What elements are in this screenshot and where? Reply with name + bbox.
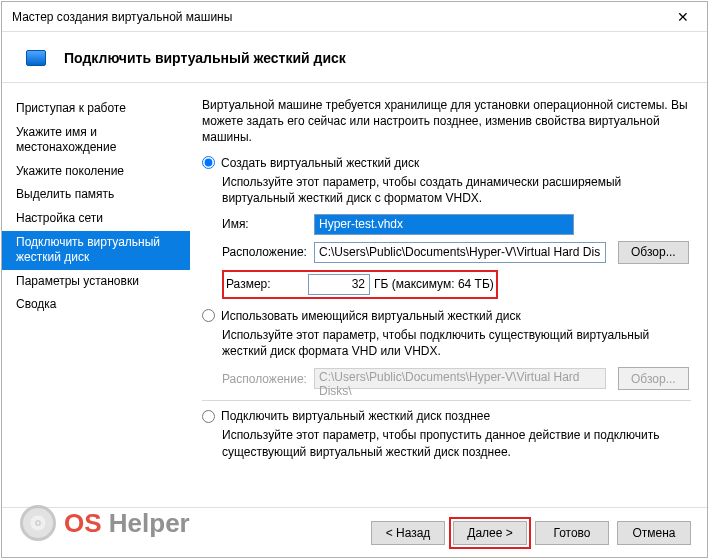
divider <box>202 400 691 401</box>
sidebar-item-install[interactable]: Параметры установки <box>2 270 190 294</box>
wizard-header: Подключить виртуальный жесткий диск <box>2 32 707 82</box>
monitor-icon <box>26 50 46 66</box>
size-unit: ГБ (максимум: 64 ТБ) <box>374 277 494 291</box>
sidebar: Приступая к работе Укажите имя и местона… <box>2 83 190 507</box>
close-icon[interactable]: ✕ <box>669 9 697 25</box>
sidebar-item-network[interactable]: Настройка сети <box>2 207 190 231</box>
page-title: Подключить виртуальный жесткий диск <box>64 50 346 66</box>
main-panel: Виртуальной машине требуется хранилище д… <box>190 83 707 507</box>
later-desc: Используйте этот параметр, чтобы пропуст… <box>222 427 691 459</box>
existing-location-label: Расположение: <box>222 372 310 386</box>
cancel-button[interactable]: Отмена <box>617 521 691 545</box>
location-input[interactable] <box>314 242 606 263</box>
existing-location-input: C:\Users\Public\Documents\Hyper-V\Virtua… <box>314 368 606 389</box>
radio-create-disk[interactable] <box>202 156 215 169</box>
wizard-window: Мастер создания виртуальной машины ✕ Под… <box>1 1 708 558</box>
radio-later-label[interactable]: Подключить виртуальный жесткий диск позд… <box>221 409 490 423</box>
size-input[interactable] <box>308 274 370 295</box>
window-title: Мастер создания виртуальной машины <box>12 10 232 24</box>
intro-text: Виртуальной машине требуется хранилище д… <box>202 97 691 146</box>
option-attach-later: Подключить виртуальный жесткий диск позд… <box>202 409 691 459</box>
radio-use-existing[interactable] <box>202 309 215 322</box>
sidebar-item-disk[interactable]: Подключить виртуальный жесткий диск <box>2 231 190 270</box>
existing-desc: Используйте этот параметр, чтобы подключ… <box>222 327 691 359</box>
create-desc: Используйте этот параметр, чтобы создать… <box>222 174 691 206</box>
option-use-existing: Использовать имеющийся виртуальный жестк… <box>202 309 691 390</box>
disc-icon <box>20 505 56 541</box>
radio-create-label[interactable]: Создать виртуальный жесткий диск <box>221 156 419 170</box>
watermark: OS Helper <box>20 505 190 541</box>
sidebar-item-memory[interactable]: Выделить память <box>2 183 190 207</box>
sidebar-item-summary[interactable]: Сводка <box>2 293 190 317</box>
location-label: Расположение: <box>222 245 310 259</box>
name-input[interactable] <box>314 214 574 235</box>
browse-button[interactable]: Обзор... <box>618 241 689 264</box>
body: Приступая к работе Укажите имя и местона… <box>2 82 707 507</box>
size-highlight: Размер: ГБ (максимум: 64 ТБ) <box>222 270 498 299</box>
sidebar-item-generation[interactable]: Укажите поколение <box>2 160 190 184</box>
back-button[interactable]: < Назад <box>371 521 445 545</box>
watermark-text: OS Helper <box>64 508 190 539</box>
sidebar-item-name[interactable]: Укажите имя и местонахождение <box>2 121 190 160</box>
finish-button[interactable]: Готово <box>535 521 609 545</box>
radio-existing-label[interactable]: Использовать имеющийся виртуальный жестк… <box>221 309 521 323</box>
option-create-disk: Создать виртуальный жесткий диск Использ… <box>202 156 691 299</box>
existing-browse-button: Обзор... <box>618 367 689 390</box>
size-label: Размер: <box>226 277 308 291</box>
titlebar: Мастер создания виртуальной машины ✕ <box>2 2 707 32</box>
radio-attach-later[interactable] <box>202 410 215 423</box>
sidebar-item-start[interactable]: Приступая к работе <box>2 97 190 121</box>
name-label: Имя: <box>222 217 310 231</box>
next-button[interactable]: Далее > <box>453 521 527 545</box>
